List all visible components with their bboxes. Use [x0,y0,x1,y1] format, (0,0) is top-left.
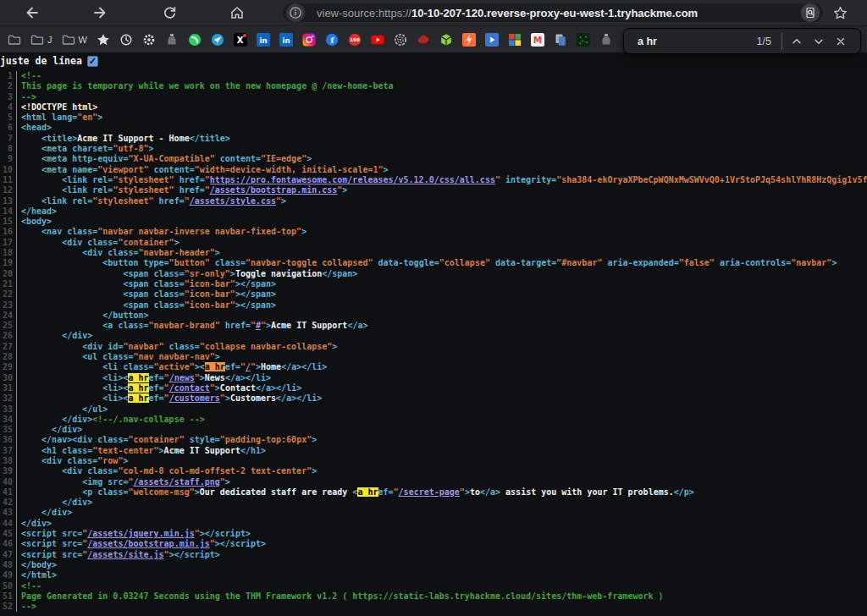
source-token: </a></li> [281,362,327,371]
back-button-icon[interactable] [22,3,42,23]
line-wrap-checkbox[interactable]: ✓ [87,56,98,67]
source-token: style= [185,435,220,444]
flask-bookmark-2[interactable] [599,33,613,47]
source-token: class= [210,258,246,267]
find-query-input[interactable]: a hr [638,36,757,47]
source-token: <meta charset= [21,144,113,153]
star-icon [97,33,110,47]
find-bar: a hr 1/5 [623,28,861,54]
gmail-bookmark[interactable]: M [531,33,544,47]
youtube-bookmark[interactable] [371,33,384,47]
code-line: 38 <div class="row"> [0,456,867,466]
find-next-icon[interactable] [808,30,830,52]
source-token: "icon-bar" [185,279,235,289]
line-number: 14 [0,206,17,217]
red160-icon: 160 [348,33,362,47]
star-bookmark[interactable] [97,33,110,47]
owasp-bookmark[interactable] [394,33,407,47]
bookmark-star-icon[interactable] [830,3,850,23]
source-link[interactable]: /assets/style.css [190,196,276,206]
history-bookmark[interactable] [119,33,133,47]
folder-icon [62,33,75,47]
home-button-icon[interactable] [227,3,247,23]
red-cloud-bookmark[interactable] [417,33,430,47]
flask-bookmark[interactable] [165,33,179,47]
x-twitter-bookmark[interactable]: X [234,33,247,47]
page-info-icon[interactable] [286,3,305,22]
source-token: > [312,435,317,444]
burpsuite-bookmark[interactable] [462,33,476,47]
source-token: "navbar-brand" [149,321,220,330]
source-token: "navbar-header" [138,248,214,257]
line-number: 46 [0,539,17,549]
source-token: "col-md-8 col-md-offset-2 text-center" [118,466,312,476]
grid-4-bookmark[interactable] [508,33,522,47]
address-bar[interactable]: view-source:https://10-10-207-120.revers… [283,3,823,22]
source-link[interactable]: https://pro.fontawesome.com/releases/v5.… [210,175,495,184]
whatsapp-bookmark[interactable] [188,33,202,47]
source-link[interactable]: /assets/bootstrap.min.js [87,539,210,548]
code-line: 16 <nav class="navbar navbar-inverse nav… [0,227,867,237]
code-line: 2This page is temporary while we work on… [0,81,867,91]
source-link[interactable]: /assets/bootstrap.min.css [210,185,338,195]
source-token: --> [21,92,36,102]
linkedin-bookmark-2[interactable]: in [279,33,293,47]
code-line: 41 <p class="welcome-msg">Our dedicated … [0,487,867,498]
settings-bookmark[interactable] [142,33,156,47]
forward-button-icon[interactable] [90,3,110,23]
linkedin-bookmark[interactable]: in [257,33,270,47]
grid4-icon [508,33,522,47]
badge-160-bookmark[interactable]: 160 [348,33,362,47]
find-match-highlight: a hr [205,362,225,371]
code-line: 47<script src="/assets/site.js"></script… [0,550,867,560]
line-number: 50 [0,581,17,591]
source-link[interactable]: /secret-page [399,487,460,497]
matrix-bookmark[interactable] [577,33,590,47]
line-number: 24 [0,311,17,321]
source-token: "stylesheet" [113,185,174,195]
source-token: </body> [21,560,57,569]
source-token: > [215,248,220,257]
source-token: > [383,165,388,174]
source-token: class= [164,342,200,351]
folder-icon [30,33,44,47]
source-link[interactable]: /news [169,373,195,382]
instagram-bookmark[interactable] [302,33,316,47]
folder-bookmark[interactable] [8,33,21,47]
source-token: <li>< [21,383,128,393]
code-line: 21 <span class="icon-bar"></span> [0,279,867,289]
source-token: Contact [220,383,256,393]
source-token: "stylesheet" [113,175,174,184]
folder-bookmark-w[interactable]: W [62,33,87,47]
source-token: </span> [322,269,357,278]
pages-icon [554,33,567,47]
source-token: </button> [21,311,149,320]
source-link[interactable]: /assets/site.js [87,550,163,559]
source-token: <h1 class= [21,446,92,455]
find-match-highlight: a hr [128,373,148,382]
source-link[interactable]: /assets/staff.png [133,477,219,487]
svg-text:f: f [330,36,334,45]
find-previous-icon[interactable] [786,30,808,52]
find-close-icon[interactable] [830,30,852,52]
facebook-bookmark[interactable]: f [325,33,339,47]
folder-bookmark-j[interactable]: J [30,33,52,47]
video-bookmark[interactable] [485,33,499,47]
docs-bookmark[interactable] [554,33,567,47]
line-number: 17 [0,238,17,248]
source-token: "row" [97,456,123,465]
line-number: 21 [0,279,17,289]
telegram-bookmark[interactable] [211,33,224,47]
code-line: 36 </nav><div class="container" style="p… [0,435,867,445]
view-source-icon[interactable] [801,3,820,22]
gmail-icon: M [531,33,544,47]
source-link[interactable]: /contact [169,383,210,393]
source-token: "en" [77,113,97,122]
source-link[interactable]: /assets/jquery.min.js [87,529,194,538]
source-token: "button" [169,258,210,267]
reload-button-icon[interactable] [159,3,179,23]
source-token: <a class= [21,321,149,330]
burp-icon [462,33,476,47]
hackthebox-bookmark[interactable] [439,33,453,47]
source-link[interactable]: /customers [169,393,220,403]
